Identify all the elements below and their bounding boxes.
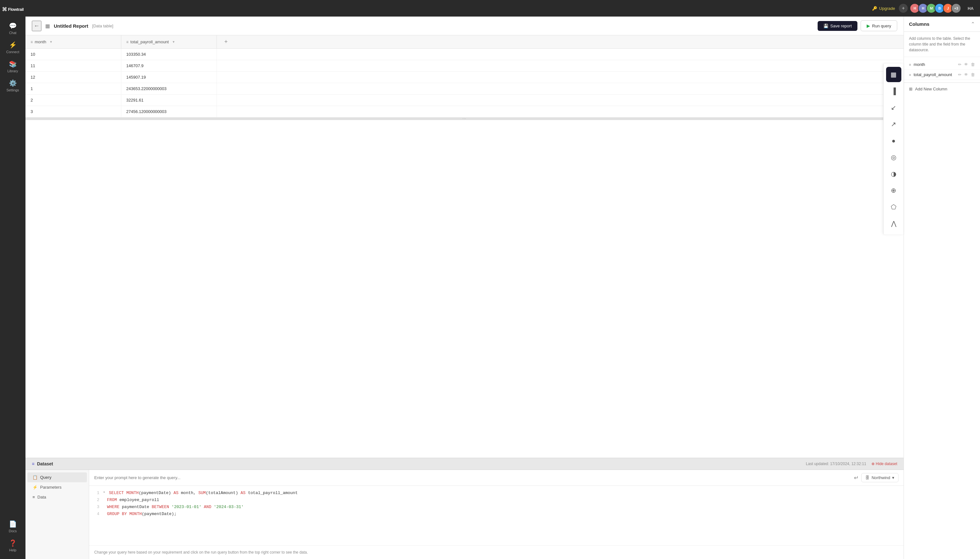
- database-selector[interactable]: 🗄 Northwind ▾: [861, 473, 899, 482]
- sidebar-item-docs[interactable]: 📄Docs: [2, 517, 23, 536]
- column-row-name-month: month: [914, 62, 955, 67]
- table-row: 1 243653.22000000003: [25, 83, 904, 94]
- col-header-month[interactable]: ≡ month ▼: [25, 35, 121, 49]
- report-area: ← ▦ Untitled Report [Data table] 💾 Save …: [25, 17, 904, 559]
- delete-month-button[interactable]: 🗑: [971, 62, 975, 67]
- chart-type-funnel[interactable]: ⋀: [886, 216, 901, 231]
- right-panel: Columns ⌃ Add columns to the table. Sele…: [904, 17, 980, 559]
- col-icon-total: ≡: [126, 40, 129, 44]
- table-row: 3 27456.120000000003: [25, 106, 904, 117]
- code-id: (paymentDate): [139, 491, 171, 495]
- avatar-group: HHMBJ+3: [912, 3, 961, 13]
- delete-total-button[interactable]: 🗑: [971, 72, 975, 77]
- chart-type-area-chart[interactable]: ↗: [886, 116, 901, 132]
- code-id: month,: [178, 491, 196, 495]
- column-row-month: ≡ month ✏ 👁 🗑: [904, 60, 980, 70]
- code-id: total_payroll_amount: [245, 491, 298, 495]
- table-row: 12 145907.19: [25, 72, 904, 83]
- col-icon-month: ≡: [31, 40, 33, 44]
- db-chevron: ▾: [892, 475, 894, 480]
- cell-empty: [216, 60, 904, 72]
- logo-icon: ⌘: [2, 7, 7, 12]
- hide-dataset-button[interactable]: ⊗ Hide dataset: [871, 461, 897, 466]
- cell-month: 10: [25, 49, 121, 60]
- cell-total: 145907.19: [121, 72, 216, 83]
- hide-total-button[interactable]: 👁: [964, 72, 968, 77]
- data-label: Data: [38, 495, 46, 499]
- query-panel: ↵ 🗄 Northwind ▾ 1▾SELECT MONTH(paymentDa…: [89, 470, 904, 559]
- sidebar-item-connect[interactable]: ⚡Connect: [2, 38, 23, 57]
- code-fn: SUM: [196, 491, 206, 495]
- app-logo: ⌘ Flowtrail: [1, 4, 25, 18]
- save-report-button[interactable]: 💾 Save report: [818, 21, 858, 31]
- query-prompt-input[interactable]: [94, 475, 851, 480]
- code-kw: GROUP BY: [107, 511, 127, 516]
- right-panel-header: Columns ⌃: [904, 17, 980, 32]
- sidebar-item-library[interactable]: 📚Library: [2, 57, 23, 76]
- sidebar: ⌘ Flowtrail 💬Chat⚡Connect📚Library⚙️Setti…: [0, 0, 25, 559]
- chart-type-bar-chart[interactable]: ▐: [886, 83, 901, 99]
- avatar-extra[interactable]: +3: [951, 3, 961, 13]
- report-actions: 💾 Save report ▶ Run query: [818, 20, 897, 31]
- code-id: (totalAmount): [206, 491, 238, 495]
- report-subtitle: [Data table]: [92, 23, 113, 28]
- sidebar-icon-docs: 📄: [9, 520, 17, 528]
- chart-type-globe[interactable]: ⊕: [886, 183, 901, 198]
- column-list: ≡ month ✏ 👁 🗑 ≡ total_payroll_amount ✏ 👁…: [904, 57, 980, 83]
- collapse-button[interactable]: ⌃: [971, 21, 975, 27]
- data-table: ≡ month ▼ ≡ total_payroll_amount ▼: [25, 35, 904, 117]
- dataset-title-wrap: ≡ Dataset: [32, 461, 53, 466]
- query-enter-button[interactable]: ↵: [854, 474, 859, 481]
- line-number: 2: [94, 496, 99, 504]
- sidebar-item-data[interactable]: ≡ Data: [27, 492, 87, 502]
- code-kw: FROM: [107, 498, 117, 502]
- back-button[interactable]: ←: [32, 21, 41, 31]
- code-str: '2023-01-01': [169, 504, 201, 509]
- query-input-bar: ↵ 🗄 Northwind ▾: [89, 470, 904, 486]
- code-line: 4 GROUP BY MONTH(paymentDate);: [94, 511, 899, 518]
- cell-empty: [216, 49, 904, 60]
- chart-type-donut[interactable]: ◎: [886, 150, 901, 165]
- edit-month-button[interactable]: ✏: [958, 62, 962, 67]
- cell-month: 11: [25, 60, 121, 72]
- col-header-total[interactable]: ≡ total_payroll_amount ▼: [121, 35, 216, 49]
- column-row-total: ≡ total_payroll_amount ✏ 👁 🗑: [904, 70, 980, 80]
- upgrade-button[interactable]: 🔑 Upgrade: [872, 6, 895, 11]
- code-kw: BETWEEN: [149, 504, 169, 509]
- chart-type-scatter[interactable]: ●: [886, 133, 901, 148]
- sidebar-item-parameters[interactable]: ⚡ Parameters: [27, 482, 87, 492]
- hide-icon: ⊗: [871, 461, 874, 466]
- sidebar-item-settings[interactable]: ⚙️Settings: [2, 76, 23, 95]
- code-editor[interactable]: 1▾SELECT MONTH(paymentDate) AS month, SU…: [89, 486, 904, 545]
- sidebar-item-query[interactable]: 📋 Query: [27, 472, 87, 482]
- chart-type-line-chart[interactable]: ↙: [886, 100, 901, 115]
- fold-arrow[interactable]: ▾: [103, 490, 105, 495]
- hide-month-button[interactable]: 👁: [964, 62, 968, 67]
- run-query-button[interactable]: ▶ Run query: [861, 20, 897, 31]
- dataset-title: Dataset: [37, 461, 53, 466]
- add-column-button[interactable]: +: [222, 38, 231, 45]
- col-arrow-month: ▼: [50, 40, 53, 44]
- cell-total: 27456.120000000003: [121, 106, 216, 117]
- cell-empty: [216, 83, 904, 94]
- code-line: 1▾SELECT MONTH(paymentDate) AS month, SU…: [94, 490, 899, 496]
- sidebar-icon-help: ❓: [9, 539, 17, 547]
- sidebar-item-chat[interactable]: 💬Chat: [2, 19, 23, 38]
- cell-empty: [216, 72, 904, 83]
- add-button[interactable]: +: [899, 4, 908, 13]
- resize-divider[interactable]: ⋯: [25, 117, 904, 120]
- dataset-meta: Last updated: 17/10/2024, 12:32:11 ⊗ Hid…: [806, 461, 897, 466]
- edit-total-button[interactable]: ✏: [958, 72, 962, 77]
- columns-description: Add columns to the table. Select the col…: [904, 32, 980, 57]
- column-row-icon-month: ≡: [909, 63, 911, 66]
- last-updated: Last updated: 17/10/2024, 12:32:11: [806, 461, 866, 466]
- add-new-column-button[interactable]: ⊞ Add New Column: [904, 83, 980, 95]
- add-column-header[interactable]: +: [216, 35, 904, 49]
- chart-type-table[interactable]: ▦: [886, 67, 901, 82]
- sidebar-item-help[interactable]: ❓Help: [2, 536, 23, 555]
- chart-type-radar[interactable]: ⬠: [886, 199, 901, 215]
- report-type-icon: ▦: [45, 23, 50, 29]
- query-icon: 📋: [33, 475, 38, 480]
- db-icon: 🗄: [865, 475, 869, 480]
- chart-type-pie[interactable]: ◑: [886, 166, 901, 182]
